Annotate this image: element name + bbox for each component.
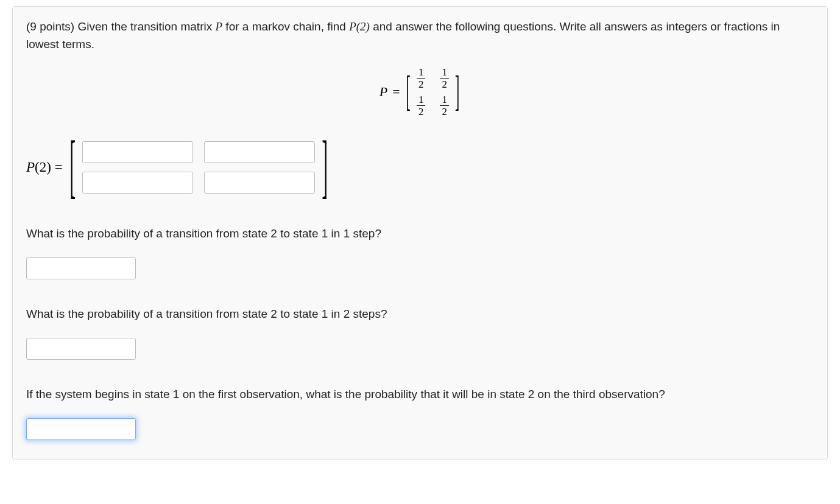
p2-input-21[interactable] bbox=[82, 172, 193, 194]
left-bracket-icon: [ bbox=[405, 71, 412, 113]
big-right-bracket-icon: ] bbox=[322, 131, 328, 203]
subquestion-2: What is the probability of a transition … bbox=[26, 307, 814, 321]
answer-input-2[interactable] bbox=[26, 338, 136, 360]
p2-answer-row: P(2) = [ ] bbox=[26, 141, 814, 194]
p2-label: P(2) = bbox=[26, 159, 63, 175]
right-bracket-icon: ] bbox=[454, 71, 461, 113]
p2-input-11[interactable] bbox=[82, 141, 193, 163]
answer-input-3[interactable] bbox=[26, 418, 136, 440]
equals-sign: = bbox=[392, 84, 400, 100]
matrix-lhs: P bbox=[379, 84, 387, 100]
subquestion-3: If the system begins in state 1 on the f… bbox=[26, 388, 814, 401]
prompt-text-2: for a markov chain, find bbox=[222, 20, 349, 33]
question-panel: (9 points) Given the transition matrix P… bbox=[12, 6, 828, 460]
matrix-cell-11: 12 bbox=[417, 67, 426, 89]
big-left-bracket-icon: [ bbox=[69, 131, 76, 203]
matrix-cell-12: 12 bbox=[440, 67, 449, 89]
matrix-cells: 12 12 12 12 bbox=[417, 67, 449, 117]
var-P2: P(2) bbox=[349, 20, 370, 33]
answer-input-1[interactable] bbox=[26, 257, 136, 279]
question-prompt: (9 points) Given the transition matrix P… bbox=[26, 18, 814, 54]
matrix-cell-22: 12 bbox=[440, 94, 449, 117]
matrix-cell-21: 12 bbox=[417, 94, 426, 117]
points-prefix: (9 points) bbox=[26, 20, 77, 33]
p2-input-grid bbox=[82, 141, 315, 194]
subquestion-1: What is the probability of a transition … bbox=[26, 227, 814, 240]
p2-input-22[interactable] bbox=[204, 172, 315, 194]
prompt-text-1: Given the transition matrix bbox=[77, 20, 215, 33]
transition-matrix-display: P = [ 12 12 12 12 ] bbox=[26, 67, 814, 117]
p2-input-12[interactable] bbox=[204, 141, 315, 163]
var-P: P bbox=[215, 20, 222, 33]
